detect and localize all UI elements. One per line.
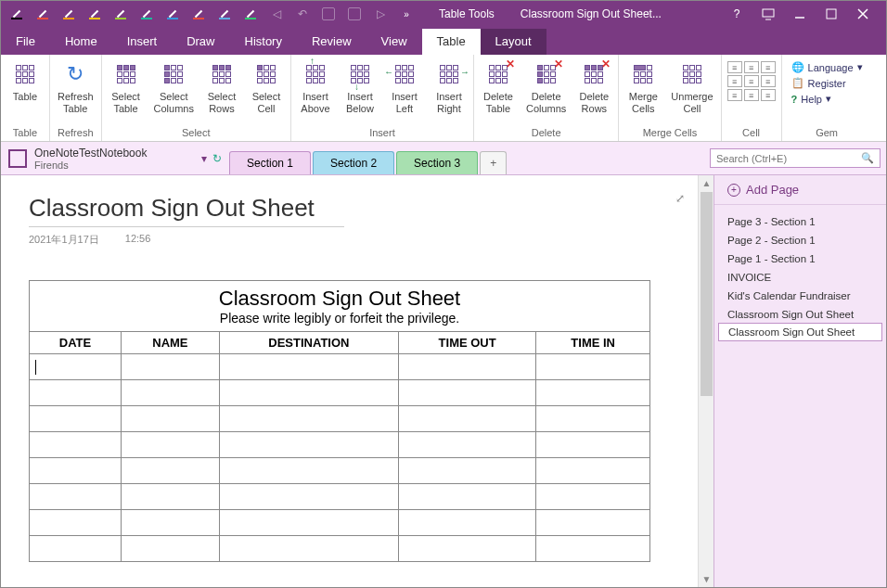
undo-icon[interactable]: ↶ [290,4,315,24]
insert-right-button[interactable]: →Insert Right [429,58,469,115]
table-button[interactable]: Table [5,58,45,103]
page-canvas[interactable]: ⤢ Classroom Sign Out Sheet 2021年1月17日 12… [1,175,698,587]
align-mr[interactable]: ≡ [761,75,776,87]
vertical-scrollbar[interactable]: ▲ ▼ [698,175,713,587]
align-ml[interactable]: ≡ [727,75,742,87]
table-cell[interactable] [121,406,219,432]
menu-draw[interactable]: Draw [172,29,229,55]
select-rows-button[interactable]: Select Rows [201,58,242,115]
menu-layout[interactable]: Layout [481,29,546,55]
table-cell[interactable] [121,458,219,484]
table-cell[interactable] [536,510,650,536]
table-cell[interactable] [121,536,219,562]
sync-icon[interactable]: ↻ [212,152,222,165]
expand-icon[interactable]: ⤢ [675,192,692,209]
insert-below-button[interactable]: ↓Insert Below [340,58,380,115]
table-cell[interactable] [536,484,650,510]
table-row[interactable] [30,432,650,458]
ribbon-options-icon[interactable] [762,7,775,20]
add-page-button[interactable]: + Add Page [714,175,886,205]
tab-section-2[interactable]: Section 2 [313,151,394,174]
table-row[interactable] [30,458,650,484]
back-icon[interactable]: ◁ [264,4,289,24]
page-list-item[interactable]: Page 1 - Section 1 [714,249,886,268]
page-title[interactable]: Classroom Sign Out Sheet [29,194,344,227]
scroll-up-icon[interactable]: ▲ [699,175,714,191]
insert-left-button[interactable]: ←Insert Left [384,58,425,115]
help-icon[interactable]: ? [730,7,743,20]
pen-black-icon[interactable] [5,4,29,24]
table-cell[interactable] [219,484,398,510]
table-cell[interactable] [219,354,398,380]
table-cell[interactable] [219,380,398,406]
table-cell[interactable] [219,432,398,458]
column-header[interactable]: NAME [121,332,219,354]
more-icon[interactable]: » [394,4,418,24]
page-list-item[interactable]: Classroom Sign Out Sheet [718,323,882,341]
page-list-item[interactable]: Page 2 - Section 1 [714,231,886,249]
layout2-icon[interactable] [342,4,366,24]
table-cell[interactable] [121,484,219,510]
help-button[interactable]: ? Help ▾ [791,93,863,105]
page-list-item[interactable]: Page 3 - Section 1 [714,212,886,231]
table-cell[interactable] [398,458,535,484]
table-cell[interactable] [30,406,122,432]
table-cell[interactable] [398,484,535,510]
table-cell[interactable] [121,510,219,536]
pen-lime-icon[interactable] [109,4,133,24]
column-header[interactable]: DATE [30,332,122,354]
align-tr[interactable]: ≡ [761,61,776,73]
delete-rows-button[interactable]: ✕Delete Rows [573,58,614,115]
close-icon[interactable] [856,7,869,20]
pen-lblue-icon[interactable] [212,4,237,24]
unmerge-cell-button[interactable]: Unmerge Cell [667,58,716,115]
menu-home[interactable]: Home [50,29,112,55]
merge-cells-button[interactable]: Merge Cells [623,58,663,115]
table-cell[interactable] [536,458,650,484]
table-cell[interactable] [536,432,650,458]
page-list-item[interactable]: Kid's Calendar Fundraiser [714,287,886,305]
add-section-button[interactable]: + [480,151,507,174]
page-list-item[interactable]: Classroom Sign Out Sheet [714,305,886,324]
table-cell[interactable] [121,432,219,458]
table-cell[interactable] [398,354,535,380]
page-list-item[interactable]: INVOICE [714,268,886,287]
pen-red2-icon[interactable] [186,4,211,24]
table-cell[interactable] [30,510,122,536]
pen-cyan-icon[interactable] [135,4,159,24]
language-button[interactable]: 🌐 Language ▾ [791,61,863,73]
table-cell[interactable] [30,354,122,380]
search-icon[interactable]: 🔍 [861,152,874,164]
table-cell[interactable] [30,432,122,458]
table-cell[interactable] [398,380,535,406]
delete-table-button[interactable]: ✕Delete Table [478,58,519,115]
maximize-icon[interactable] [825,7,838,20]
table-row[interactable] [30,510,650,536]
align-br[interactable]: ≡ [761,89,776,101]
menu-insert[interactable]: Insert [112,29,173,55]
table-cell[interactable] [219,536,398,562]
menu-file[interactable]: File [1,29,50,55]
forward-icon[interactable]: ▷ [368,4,392,24]
menu-view[interactable]: View [366,29,422,55]
table-cell[interactable] [219,458,398,484]
align-mc[interactable]: ≡ [744,75,759,87]
table-row[interactable] [30,406,650,432]
table-row[interactable] [30,380,650,406]
register-button[interactable]: 📋 Register [791,77,863,89]
table-cell[interactable] [121,380,219,406]
menu-history[interactable]: History [230,29,297,55]
layout1-icon[interactable] [316,4,341,24]
table-cell[interactable] [219,510,398,536]
table-cell[interactable] [398,510,535,536]
table-cell[interactable] [30,458,122,484]
table-cell[interactable] [30,380,122,406]
select-table-button[interactable]: Select Table [106,58,147,115]
table-cell[interactable] [398,406,535,432]
align-tc[interactable]: ≡ [744,61,759,73]
column-header[interactable]: DESTINATION [219,332,398,354]
table-cell[interactable] [30,484,122,510]
tab-section-3[interactable]: Section 3 [396,151,478,174]
scroll-down-icon[interactable]: ▼ [699,571,714,587]
delete-columns-button[interactable]: ✕Delete Columns [522,58,570,115]
